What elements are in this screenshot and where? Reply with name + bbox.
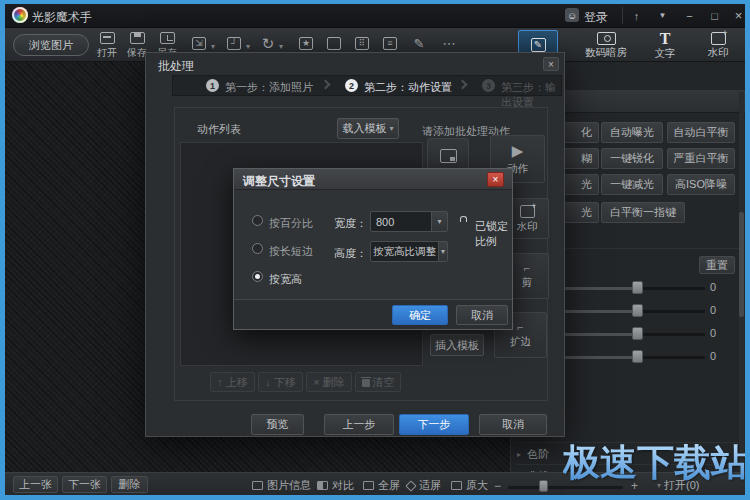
chevron-down-icon: ▾ — [438, 242, 447, 261]
delete-image-button[interactable]: 删除 — [111, 476, 148, 493]
panel-button-white-balance-picker[interactable]: 白平衡一指键 — [601, 202, 685, 223]
previous-step-label: 上一步 — [343, 417, 376, 432]
clear-actions-label: 清空 — [373, 375, 395, 390]
cancel-batch-button[interactable]: 取消 — [479, 414, 547, 435]
collage-grid-icon[interactable]: ⠿ — [355, 37, 369, 50]
step1-tab[interactable]: 第一步：添加照片 — [225, 80, 313, 95]
brush-tool-icon[interactable]: ✎ — [411, 36, 427, 51]
slider-value-1: 0 — [710, 281, 716, 293]
height-dropdown[interactable]: 按宽高比调整 ▾ — [370, 241, 448, 262]
clear-actions-button[interactable]: 清空 — [355, 372, 401, 392]
slider-handle-3[interactable] — [632, 327, 643, 340]
x-icon: × — [313, 376, 319, 388]
close-icon: × — [493, 174, 499, 185]
panel-button-severe-white-balance[interactable]: 严重白平衡 — [667, 148, 735, 169]
down-arrow-icon: ↓ — [265, 376, 271, 388]
move-down-button[interactable]: ↓ 下移 — [258, 372, 303, 392]
ok-button[interactable]: 确定 — [392, 305, 448, 325]
radio-by-percent[interactable] — [252, 215, 263, 226]
text-tab[interactable]: T 文字 — [643, 30, 687, 61]
app-logo-icon — [12, 7, 28, 23]
width-dropdown[interactable]: 800 ▾ — [370, 211, 448, 232]
load-template-button[interactable]: 载入模板 ▾ — [337, 118, 399, 139]
ok-label: 确定 — [409, 308, 431, 323]
slider-handle-1[interactable] — [632, 281, 643, 294]
crop-tool-icon[interactable]: ┘ — [227, 37, 241, 50]
minimize-button[interactable]: − — [680, 7, 699, 24]
next-image-button[interactable]: 下一张 — [62, 476, 107, 493]
print-tool-icon[interactable]: ≡ — [383, 37, 397, 50]
panel-button-auto-white-balance[interactable]: 自动白平衡 — [667, 122, 735, 143]
zoom-out-button[interactable]: − — [494, 479, 501, 493]
preview-button[interactable]: 预览 — [251, 414, 304, 435]
zoom-slider-handle[interactable] — [539, 480, 548, 492]
previous-image-button[interactable]: 上一张 — [13, 476, 58, 493]
watermark-tab[interactable]: 水印 — [695, 30, 741, 61]
triangle-right-icon[interactable]: ▸ — [517, 450, 521, 459]
width-value: 800 — [371, 212, 431, 231]
radio-by-edge[interactable] — [252, 243, 263, 254]
move-up-button[interactable]: ↑ 上移 — [210, 372, 255, 392]
panel-button-iso-denoise[interactable]: 高ISO降噪 — [667, 174, 735, 195]
expand-border-label: 扩边 — [510, 335, 531, 349]
frame-tool-icon[interactable] — [327, 37, 341, 50]
save-label: 保存 — [127, 46, 147, 60]
more-tools-icon[interactable]: ⋯ — [441, 36, 457, 51]
maximize-button[interactable]: □ — [705, 7, 724, 24]
insert-template-button[interactable]: 插入模板 — [430, 334, 484, 356]
radio-by-width-height[interactable] — [252, 271, 263, 282]
next-label: 下一张 — [68, 477, 101, 492]
open-label: 打开 — [97, 46, 117, 60]
resize-dropdown-icon[interactable]: ▾ — [211, 42, 219, 51]
button-label: 白平衡一指键 — [610, 205, 676, 220]
height-value: 按宽高比调整 — [371, 242, 438, 261]
fit-screen-toggle[interactable]: 适屏 — [407, 478, 441, 493]
step1-number: 1 — [206, 79, 219, 92]
step2-tab[interactable]: 第二步：动作设置 — [364, 80, 452, 95]
slider-handle-4[interactable] — [632, 350, 643, 363]
login-avatar-icon[interactable]: ☺ — [565, 8, 579, 22]
login-button[interactable]: 登录 — [584, 9, 608, 26]
reset-button[interactable]: 重置 — [699, 256, 735, 274]
image-info-toggle[interactable]: 图片信息 — [252, 478, 311, 493]
original-size-toggle[interactable]: 原大 — [451, 478, 488, 493]
browse-images-button[interactable]: 浏览图片 — [13, 34, 89, 56]
menu-button[interactable]: ▼ — [653, 7, 672, 24]
resize-tool-icon[interactable]: ⇲ — [192, 37, 206, 50]
open-button[interactable]: 打开 — [93, 30, 121, 61]
radio-by-width-height-label[interactable]: 按宽高 — [269, 272, 302, 287]
crop-dropdown-icon[interactable]: ▾ — [246, 42, 254, 51]
darkroom-tab[interactable]: 数码暗房 — [575, 30, 637, 61]
radio-by-percent-label[interactable]: 按百分比 — [269, 216, 313, 231]
skin-up-button[interactable]: ↑ — [627, 7, 646, 24]
panel-button-sharpen[interactable]: 一键锐化 — [601, 148, 663, 169]
previous-step-button[interactable]: 上一步 — [324, 414, 394, 435]
fullscreen-toggle[interactable]: 全屏 — [363, 478, 400, 493]
rotate-dropdown-icon[interactable]: ▾ — [279, 42, 287, 51]
close-icon: × — [735, 8, 743, 23]
save-icon — [130, 32, 145, 44]
batch-dialog-close-button[interactable]: × — [543, 57, 559, 71]
watermark-action-label: 水印 — [517, 220, 538, 234]
chevron-down-icon: ▼ — [659, 11, 667, 20]
cancel-resize-button[interactable]: 取消 — [456, 305, 508, 325]
next-step-button[interactable]: 下一步 — [399, 414, 469, 435]
edit-pencil-icon: ✎ — [531, 38, 546, 52]
panel-scrollbar-thumb[interactable] — [739, 212, 744, 317]
radio-by-edge-label[interactable]: 按长短边 — [269, 244, 313, 259]
rotate-tool-icon[interactable]: ↻ — [260, 36, 276, 51]
open-icon — [100, 32, 115, 44]
panel-button-dim-light[interactable]: 一键减光 — [601, 174, 663, 195]
app-title: 光影魔术手 — [32, 9, 92, 26]
original-label: 原大 — [466, 478, 488, 493]
resize-dialog-close-button[interactable]: × — [487, 172, 504, 187]
compare-toggle[interactable]: 对比 — [317, 478, 354, 493]
effects-star-icon[interactable]: ★ — [299, 37, 313, 50]
slider-handle-2[interactable] — [632, 304, 643, 317]
fit-screen-icon — [405, 480, 416, 491]
panel-button-auto-exposure[interactable]: 自动曝光 — [601, 122, 663, 143]
close-button[interactable]: × — [729, 7, 745, 24]
button-label: 一键减光 — [610, 177, 654, 192]
levels-section-item[interactable]: 色阶 — [527, 447, 549, 462]
delete-action-button[interactable]: × 删除 — [306, 372, 352, 392]
